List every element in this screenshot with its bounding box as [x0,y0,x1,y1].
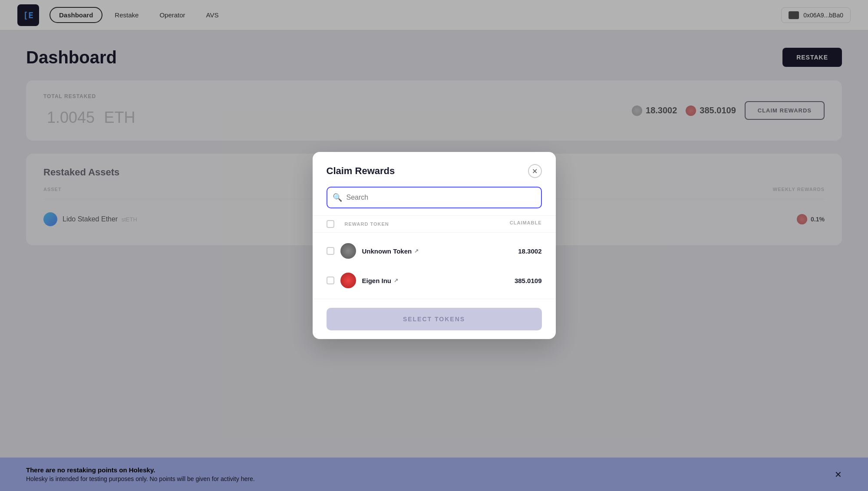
search-input[interactable] [327,187,542,208]
select-all-checkbox[interactable] [327,220,334,228]
claim-rewards-modal: Claim Rewards ✕ 🔍 REWARD TOKEN CLAIMABLE… [313,152,556,339]
token-list-header: REWARD TOKEN CLAIMABLE [313,215,556,233]
eigen-token-icon [340,273,356,288]
eigen-token-checkbox[interactable] [327,277,334,284]
eigen-token-name: Eigen Inu ↗ [362,277,508,284]
search-container: 🔍 [327,187,542,208]
unknown-token-checkbox[interactable] [327,247,334,255]
eigen-token-link-icon[interactable]: ↗ [394,277,398,283]
unknown-token-amount: 18.3002 [518,247,541,255]
unknown-token-icon [340,243,356,259]
modal-close-button[interactable]: ✕ [528,164,542,178]
unknown-token-link-icon[interactable]: ↗ [414,248,419,254]
modal-title: Claim Rewards [327,165,395,177]
select-tokens-button[interactable]: SELECT TOKENS [327,308,542,330]
col-reward-token: REWARD TOKEN [345,221,389,227]
col-claimable: CLAIMABLE [510,220,542,228]
token-list: Unknown Token ↗ 18.3002 Eigen Inu ↗ 385.… [313,233,556,299]
search-icon: 🔍 [333,193,342,202]
header-left: REWARD TOKEN [327,220,389,228]
token-row-eigen[interactable]: Eigen Inu ↗ 385.0109 [313,266,556,295]
select-btn-wrap: SELECT TOKENS [313,299,556,339]
token-row-unknown[interactable]: Unknown Token ↗ 18.3002 [313,236,556,266]
unknown-token-name: Unknown Token ↗ [362,247,512,255]
modal-overlay[interactable]: Claim Rewards ✕ 🔍 REWARD TOKEN CLAIMABLE… [0,0,868,491]
eigen-token-amount: 385.0109 [515,277,542,284]
modal-header: Claim Rewards ✕ [313,152,556,187]
